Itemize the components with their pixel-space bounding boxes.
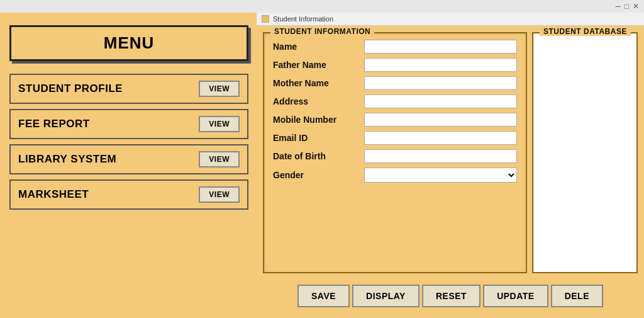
- right-panel: Student Information STUDENT INFORMATION …: [257, 13, 644, 318]
- form-row-mobile: Mobile Number: [273, 113, 517, 127]
- student-db-legend: STUDENT DATABASE: [540, 27, 631, 36]
- mother-name-label: Mother Name: [273, 78, 364, 88]
- marksheet-label: MARKSHEET: [18, 188, 89, 201]
- maximize-button[interactable]: □: [625, 2, 629, 11]
- library-system-label: LIBRARY SYSTEM: [18, 153, 116, 166]
- form-row-address: Address: [273, 94, 517, 108]
- panels-row: STUDENT INFORMATION Name Father Name Mot…: [263, 32, 638, 273]
- window-title-bar: Student Information: [257, 13, 644, 26]
- fee-report-label: FEE REPORT: [18, 118, 90, 130]
- student-profile-label: STUDENT PROFILE: [18, 82, 123, 95]
- form-row-father-name: Father Name: [273, 58, 517, 72]
- top-bar: ─ □ ✕: [0, 0, 644, 13]
- mobile-input[interactable]: [364, 113, 517, 127]
- form-row-gender: Gender Male Female Other: [273, 168, 517, 183]
- marksheet-nav: MARKSHEET VIEW: [9, 179, 248, 210]
- library-system-nav: LIBRARY SYSTEM VIEW: [9, 144, 248, 174]
- form-row-mother-name: Mother Name: [273, 76, 517, 90]
- library-system-view-button[interactable]: VIEW: [199, 151, 240, 168]
- form-row-name: Name: [273, 40, 517, 54]
- bottom-buttons: SAVE DISPLAY RESET UPDATE DELE: [263, 280, 638, 310]
- student-db-box: STUDENT DATABASE: [532, 32, 638, 273]
- mobile-label: Mobile Number: [273, 115, 364, 125]
- fee-report-nav: FEE REPORT VIEW: [9, 109, 248, 139]
- gender-select[interactable]: Male Female Other: [364, 168, 517, 183]
- form-row-email: Email ID: [273, 131, 517, 145]
- close-button[interactable]: ✕: [633, 2, 639, 11]
- delete-button[interactable]: DELE: [551, 285, 603, 307]
- window-app-icon: [262, 15, 269, 23]
- display-button[interactable]: DISPLAY: [352, 285, 419, 307]
- student-profile-view-button[interactable]: VIEW: [199, 81, 240, 97]
- father-name-input[interactable]: [364, 58, 517, 72]
- reset-button[interactable]: RESET: [422, 285, 480, 307]
- menu-title: MENU: [9, 25, 248, 61]
- student-info-box: STUDENT INFORMATION Name Father Name Mot…: [263, 32, 527, 273]
- fee-report-view-button[interactable]: VIEW: [199, 116, 240, 132]
- mother-name-input[interactable]: [364, 76, 517, 90]
- dob-input[interactable]: [364, 149, 517, 163]
- name-label: Name: [273, 42, 364, 52]
- update-button[interactable]: UPDATE: [483, 285, 548, 307]
- student-info-legend: STUDENT INFORMATION: [270, 27, 374, 36]
- marksheet-view-button[interactable]: VIEW: [199, 186, 240, 203]
- window-title-text: Student Information: [273, 15, 333, 23]
- save-button[interactable]: SAVE: [297, 285, 350, 307]
- minimize-button[interactable]: ─: [615, 2, 621, 11]
- dob-label: Date of Birth: [273, 151, 364, 161]
- email-label: Email ID: [273, 133, 364, 143]
- address-input[interactable]: [364, 94, 517, 108]
- email-input[interactable]: [364, 131, 517, 145]
- window-controls: ─ □ ✕: [615, 2, 639, 11]
- window-content: STUDENT INFORMATION Name Father Name Mot…: [257, 26, 644, 316]
- gender-label: Gender: [273, 170, 364, 180]
- name-input[interactable]: [364, 40, 517, 54]
- student-profile-nav: STUDENT PROFILE VIEW: [9, 74, 248, 104]
- father-name-label: Father Name: [273, 60, 364, 70]
- address-label: Address: [273, 96, 364, 106]
- left-panel: MENU STUDENT PROFILE VIEW FEE REPORT VIE…: [0, 13, 258, 318]
- form-row-dob: Date of Birth: [273, 149, 517, 163]
